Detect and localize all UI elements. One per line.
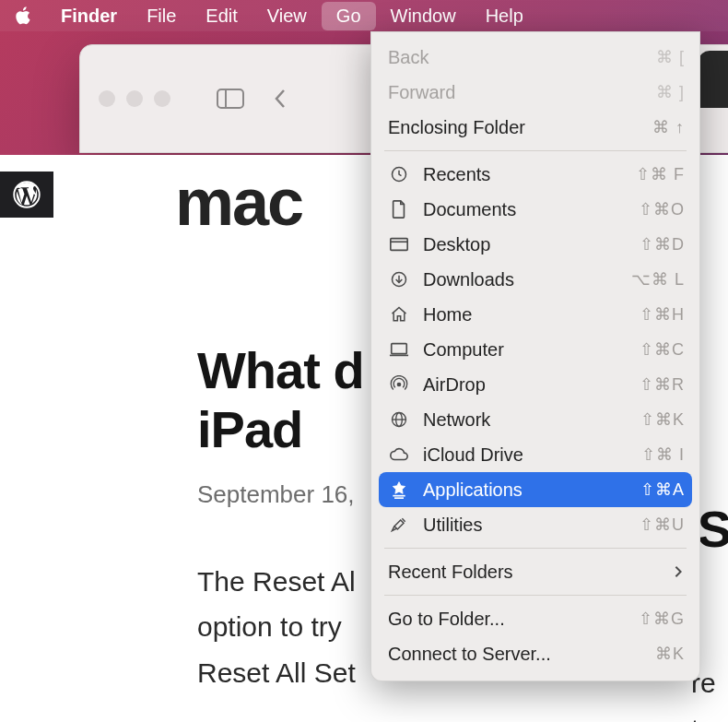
wordpress-icon bbox=[13, 181, 41, 208]
menu-computer[interactable]: Computer ⇧⌘C bbox=[371, 332, 699, 367]
zoom-button[interactable] bbox=[154, 90, 170, 107]
menubar-view[interactable]: View bbox=[252, 2, 322, 30]
go-menu: Back ⌘ [ Forward ⌘ ] Enclosing Folder ⌘ … bbox=[370, 31, 700, 681]
clock-icon bbox=[388, 163, 410, 185]
apple-logo[interactable] bbox=[13, 6, 33, 26]
menubar-go[interactable]: Go bbox=[322, 2, 376, 30]
menu-forward: Forward ⌘ ] bbox=[371, 75, 699, 110]
menu-divider bbox=[384, 150, 687, 151]
macpaw-logo: mac bbox=[175, 164, 302, 240]
menu-back: Back ⌘ [ bbox=[371, 40, 699, 75]
menu-enclosing-folder[interactable]: Enclosing Folder ⌘ ↑ bbox=[371, 110, 699, 145]
menu-divider bbox=[384, 595, 687, 596]
wordpress-bar bbox=[0, 172, 53, 218]
svg-rect-0 bbox=[217, 89, 243, 108]
menu-go-to-folder[interactable]: Go to Folder... ⇧⌘G bbox=[371, 601, 699, 636]
menu-documents[interactable]: Documents ⇧⌘O bbox=[371, 192, 699, 227]
menu-airdrop[interactable]: AirDrop ⇧⌘R bbox=[371, 367, 699, 402]
cloud-icon bbox=[388, 444, 410, 466]
document-icon bbox=[388, 198, 410, 220]
menubar-help[interactable]: Help bbox=[471, 2, 538, 30]
home-icon bbox=[388, 303, 410, 325]
menu-home[interactable]: Home ⇧⌘H bbox=[371, 297, 699, 332]
svg-rect-8 bbox=[392, 344, 407, 354]
chevron-right-icon bbox=[672, 565, 685, 578]
desktop-icon bbox=[388, 233, 410, 255]
menu-connect-to-server[interactable]: Connect to Server... ⌘K bbox=[371, 636, 699, 671]
menubar-window[interactable]: Window bbox=[376, 2, 471, 30]
computer-icon bbox=[388, 338, 410, 361]
menu-recents[interactable]: Recents ⇧⌘ F bbox=[371, 157, 699, 192]
back-icon[interactable] bbox=[264, 85, 296, 112]
menu-utilities[interactable]: Utilities ⇧⌘U bbox=[371, 507, 699, 542]
airdrop-icon bbox=[388, 373, 410, 396]
menubar: Finder File Edit View Go Window Help bbox=[0, 0, 728, 31]
svg-rect-4 bbox=[391, 239, 407, 251]
applications-icon bbox=[388, 479, 410, 501]
close-button[interactable] bbox=[99, 90, 115, 107]
logo-text: mac bbox=[175, 164, 302, 240]
menubar-file[interactable]: File bbox=[132, 2, 191, 30]
menubar-edit[interactable]: Edit bbox=[191, 2, 252, 30]
utilities-icon bbox=[388, 514, 410, 536]
minimize-button[interactable] bbox=[126, 90, 143, 107]
menu-desktop[interactable]: Desktop ⇧⌘D bbox=[371, 227, 699, 262]
downloads-icon bbox=[388, 268, 410, 290]
right-title-snippet: S bbox=[698, 499, 728, 559]
menu-icloud-drive[interactable]: iCloud Drive ⇧⌘ I bbox=[371, 437, 699, 472]
menu-applications[interactable]: Applications ⇧⌘A bbox=[379, 472, 692, 507]
sidebar-toggle-icon[interactable] bbox=[215, 85, 246, 112]
menu-recent-folders[interactable]: Recent Folders bbox=[371, 554, 699, 589]
menu-network[interactable]: Network ⇧⌘K bbox=[371, 402, 699, 437]
menu-downloads[interactable]: Downloads ⌥⌘ L bbox=[371, 262, 699, 297]
network-icon bbox=[388, 408, 410, 431]
svg-point-10 bbox=[397, 383, 400, 385]
menubar-app[interactable]: Finder bbox=[46, 2, 132, 30]
right-dark-panel bbox=[699, 51, 728, 108]
traffic-lights bbox=[99, 90, 170, 107]
menu-divider bbox=[384, 548, 687, 549]
